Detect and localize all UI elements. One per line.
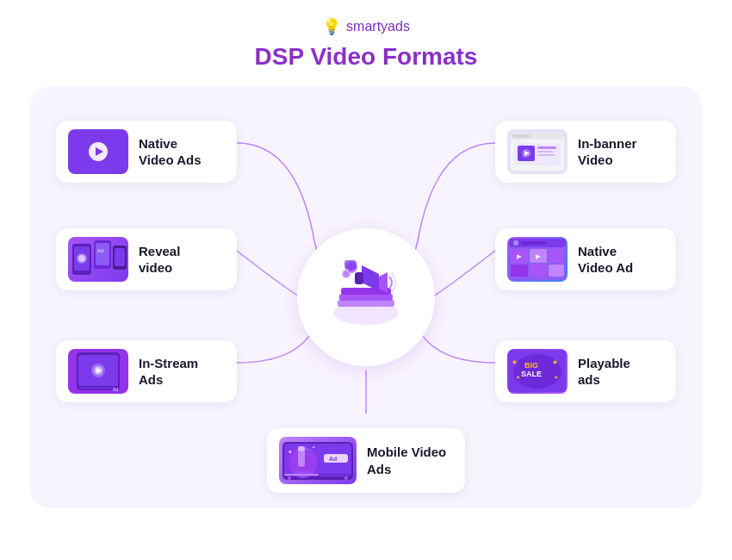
svg-rect-4 xyxy=(355,272,363,284)
svg-text:★: ★ xyxy=(552,358,558,366)
svg-text:Ad: Ad xyxy=(329,456,337,462)
svg-text:★: ★ xyxy=(554,375,558,380)
svg-point-8 xyxy=(344,271,350,277)
label-native-video-ads: NativeVideo Ads xyxy=(139,135,202,169)
svg-text:BIG: BIG xyxy=(524,361,538,370)
label-instream-ads: In-StreamAds xyxy=(139,355,198,389)
svg-text:Ad: Ad xyxy=(113,387,118,392)
svg-rect-67 xyxy=(284,474,319,476)
label-native-video-ad: NativeVideo Ad xyxy=(578,243,633,277)
label-inbanner-video: In-bannerVideo xyxy=(578,135,636,169)
thumb-mobile-video-ads: ✦ ✦ Ad xyxy=(279,437,357,484)
center-circle xyxy=(297,228,435,366)
svg-rect-35 xyxy=(537,154,555,156)
label-reveal-video: Revealvideo xyxy=(139,243,180,277)
svg-text:✦: ✦ xyxy=(312,445,315,450)
label-mobile-video-ads: Mobile Video Ads xyxy=(367,444,453,477)
svg-point-68 xyxy=(288,476,291,480)
card-playable-ads: BIG SALE ★ ★ ★ ★ Playableads xyxy=(495,340,676,402)
svg-rect-39 xyxy=(521,241,547,245)
svg-rect-28 xyxy=(512,134,530,138)
svg-rect-34 xyxy=(537,151,553,152)
svg-rect-2 xyxy=(339,294,393,301)
card-native-video-ad: NativeVideo Ad xyxy=(495,228,676,290)
thumb-instream-ads: Ad xyxy=(68,349,128,394)
svg-rect-33 xyxy=(537,146,556,149)
svg-rect-1 xyxy=(338,300,394,307)
svg-text:★: ★ xyxy=(512,358,518,366)
svg-rect-61 xyxy=(298,446,305,451)
card-reveal-video: Ad Revealvideo xyxy=(56,228,237,290)
thumb-playable-ads: BIG SALE ★ ★ ★ ★ xyxy=(507,349,568,394)
center-illustration xyxy=(319,248,413,346)
play-icon-native-video xyxy=(89,142,108,161)
svg-rect-42 xyxy=(549,249,564,263)
thumb-native-video-ad xyxy=(507,237,568,282)
card-instream-ads: Ad In-StreamAds xyxy=(56,340,237,402)
svg-rect-45 xyxy=(549,264,564,277)
svg-rect-44 xyxy=(530,264,547,277)
label-playable-ads: Playableads xyxy=(578,355,630,389)
card-mobile-video-ads: ✦ ✦ Ad Mobile Video Ads xyxy=(267,428,465,493)
card-inbanner-video: In-bannerVideo xyxy=(495,121,676,183)
thumb-reveal-video: Ad xyxy=(68,237,128,282)
svg-text:✦: ✦ xyxy=(288,449,293,455)
thumb-native-video-ads xyxy=(68,129,128,174)
svg-rect-60 xyxy=(298,450,305,467)
svg-text:Ad: Ad xyxy=(97,248,103,253)
logo-icon: 💡 xyxy=(322,17,341,36)
page-title: DSP Video Formats xyxy=(255,43,478,71)
logo-area: 💡 smartyads xyxy=(322,17,410,36)
svg-point-38 xyxy=(513,240,518,246)
diagram-container: NativeVideo Ads Ad Revealvideo xyxy=(30,86,702,508)
card-native-video-ads: NativeVideo Ads xyxy=(56,121,237,183)
logo-text: smartyads xyxy=(346,19,410,34)
svg-rect-9 xyxy=(344,260,357,269)
svg-rect-18 xyxy=(115,248,125,266)
svg-point-69 xyxy=(344,476,348,480)
svg-rect-15 xyxy=(96,243,109,265)
svg-text:SALE: SALE xyxy=(521,370,542,378)
svg-text:★: ★ xyxy=(516,375,520,380)
thumb-inbanner-video xyxy=(507,129,568,174)
svg-point-13 xyxy=(78,255,85,262)
svg-rect-43 xyxy=(511,264,528,277)
